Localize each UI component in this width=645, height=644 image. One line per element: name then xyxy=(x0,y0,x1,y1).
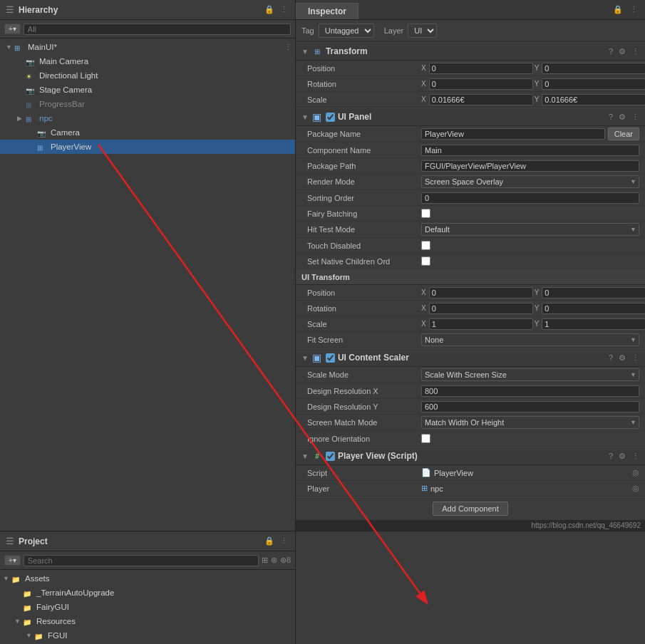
transform-help-icon[interactable]: ? xyxy=(609,47,613,56)
project-item-resources[interactable]: ▼ 📁 Resources xyxy=(0,614,295,628)
tree-item-dir-light[interactable]: ☀ Directional Light xyxy=(0,68,295,83)
script-select-icon[interactable]: ◎ xyxy=(632,468,639,477)
uit-scale-label: Scale xyxy=(307,320,421,328)
arrow-npc: ▶ xyxy=(17,112,26,125)
ui-panel-title: UI Panel xyxy=(338,112,371,122)
package-path-input[interactable] xyxy=(421,160,639,172)
tree-item-main-camera[interactable]: 📷 Main Camera xyxy=(0,54,295,68)
ui-content-scaler-title: UI Content Scaler xyxy=(338,353,409,363)
uit-rot-x-input[interactable] xyxy=(429,303,533,314)
uit-position-xyz: X Y Z xyxy=(421,287,645,298)
fit-screen-select[interactable]: None xyxy=(421,333,639,346)
uit-scale-x-input[interactable] xyxy=(429,318,533,330)
transform-more-icon[interactable]: ⋮ xyxy=(631,47,639,56)
transform-header-icons: ? ⚙ ⋮ xyxy=(609,47,639,56)
project-more-icon[interactable]: ⋮ xyxy=(279,536,289,546)
tree-item-camera[interactable]: 📷 Camera xyxy=(0,125,295,140)
inspector-more-icon[interactable]: ⋮ xyxy=(629,4,639,15)
ui-panel-header[interactable]: ▼ ▣ UI Panel ? ⚙ ⋮ xyxy=(296,108,645,126)
project-item-terrain[interactable]: 📁 _TerrainAutoUpgrade xyxy=(0,586,295,600)
project-panel: ☰ Project 🔒 ⋮ +▾ ⊞ ⊛ ⊛8 ▼ 📁 Assets xyxy=(0,531,296,644)
hit-test-mode-select[interactable]: Default xyxy=(421,223,639,236)
add-component-button[interactable]: Add Component xyxy=(433,502,508,516)
ignore-orientation-checkbox[interactable] xyxy=(421,434,430,443)
project-item-fairygui[interactable]: 📁 FairyGUI xyxy=(0,600,295,614)
rot-y-input[interactable] xyxy=(542,78,645,90)
project-item-fgui[interactable]: ▼ 📁 FGUI xyxy=(0,628,295,643)
player-view-script-arrow: ▼ xyxy=(301,452,309,460)
clear-button[interactable]: Clear xyxy=(608,128,639,140)
ui-panel-help-icon[interactable]: ? xyxy=(609,113,613,122)
pos-y-input[interactable] xyxy=(542,63,645,74)
project-lock-icon[interactable]: 🔒 xyxy=(263,536,276,546)
design-res-y-input[interactable] xyxy=(421,401,639,412)
hierarchy-lock-icon[interactable]: 🔒 xyxy=(263,4,276,15)
project-add-btn[interactable]: +▾ xyxy=(4,555,21,566)
label-mainui: MainUI* xyxy=(28,41,57,53)
assets-folder-icon: 📁 xyxy=(11,573,23,583)
uit-scale-y-input[interactable] xyxy=(542,318,645,330)
hierarchy-add-btn[interactable]: +▾ xyxy=(4,24,21,34)
tag-select[interactable]: Untagged xyxy=(319,24,374,38)
scale-y-label: Y xyxy=(535,95,540,103)
pos-x-input[interactable] xyxy=(429,63,533,74)
transform-settings-icon[interactable]: ⚙ xyxy=(619,47,626,56)
hierarchy-toolbar: +▾ xyxy=(0,20,295,38)
uit-rotation-label: Rotation xyxy=(307,304,421,313)
uit-pos-y-input[interactable] xyxy=(542,287,645,298)
rot-y-label: Y xyxy=(535,80,540,88)
tree-item-playerview[interactable]: ⊞ PlayerView xyxy=(0,140,295,154)
ui-panel-checkbox[interactable] xyxy=(326,113,335,122)
fairy-batching-checkbox[interactable] xyxy=(421,209,430,218)
uit-pos-x-input[interactable] xyxy=(429,287,533,298)
cube-icon-progressbar-h: ⊞ xyxy=(26,99,37,109)
screen-match-select[interactable]: Match Width Or Height xyxy=(421,416,639,429)
design-res-x-input[interactable] xyxy=(421,385,639,397)
project-search-input[interactable] xyxy=(24,555,259,566)
render-mode-select[interactable]: Screen Space Overlay xyxy=(421,175,639,188)
uit-rot-y-input[interactable] xyxy=(542,303,645,314)
player-select-icon[interactable]: ◎ xyxy=(632,484,639,493)
ui-panel-header-icons: ? ⚙ ⋮ xyxy=(609,113,639,122)
scale-x-input[interactable] xyxy=(429,94,533,105)
touch-disabled-checkbox[interactable] xyxy=(421,241,430,250)
rot-x-input[interactable] xyxy=(429,78,533,90)
ui-panel-settings-icon[interactable]: ⚙ xyxy=(619,113,626,122)
package-name-input[interactable] xyxy=(421,128,605,140)
ui-panel-more-icon[interactable]: ⋮ xyxy=(631,113,639,122)
project-layout-icon[interactable]: ⊞ xyxy=(262,556,268,565)
sorting-order-input[interactable] xyxy=(421,192,639,204)
tree-item-stage-camera[interactable]: 📷 Stage Camera xyxy=(0,83,295,97)
scale-y-input[interactable] xyxy=(542,94,645,105)
scale-x-label: X xyxy=(421,95,426,103)
layer-select[interactable]: UI xyxy=(408,24,437,38)
tree-item-npc[interactable]: ▶ ⊞ npc xyxy=(0,111,295,125)
hierarchy-more-icon[interactable]: ⋮ xyxy=(279,4,289,15)
tree-item-progressbar-h[interactable]: ⊞ ProgressBar xyxy=(0,97,295,111)
project-filter-icon[interactable]: ⊛ xyxy=(271,556,277,565)
transform-scale-row: Scale X Y Z xyxy=(296,92,645,108)
project-item-assets[interactable]: ▼ 📁 Assets xyxy=(0,571,295,586)
inspector-tab[interactable]: Inspector xyxy=(296,3,358,19)
player-view-script-checkbox[interactable] xyxy=(326,452,335,461)
uit-scale-x-label: X xyxy=(421,320,426,328)
script-value: PlayerView xyxy=(434,469,629,477)
player-view-script-header[interactable]: ▼ # Player View (Script) ? ⚙ ⋮ xyxy=(296,447,645,465)
tree-item-mainui[interactable]: ▼ ⊞ MainUI* ⋮ xyxy=(0,40,295,54)
scale-mode-select[interactable]: Scale With Screen Size xyxy=(421,368,639,381)
ui-content-scaler-header[interactable]: ▼ ▣ UI Content Scaler ? ⚙ ⋮ xyxy=(296,348,645,367)
mainui-options-icon[interactable]: ⋮ xyxy=(284,41,292,53)
transform-header[interactable]: ▼ ⊞ Transform ? ⚙ ⋮ xyxy=(296,42,645,61)
component-name-input[interactable] xyxy=(421,145,639,156)
ui-content-scaler-checkbox[interactable] xyxy=(326,353,335,363)
top-row: ☰ Hierarchy 🔒 ⋮ +▾ ▼ ⊞ MainUI* ⋮ xyxy=(0,0,645,531)
set-native-checkbox[interactable] xyxy=(421,256,430,266)
ui-cs-more-icon[interactable]: ⋮ xyxy=(631,353,639,363)
pvs-more-icon[interactable]: ⋮ xyxy=(631,452,639,461)
inspector-lock-icon[interactable]: 🔒 xyxy=(612,4,624,15)
pvs-help-icon[interactable]: ? xyxy=(609,452,613,461)
ui-cs-help-icon[interactable]: ? xyxy=(609,353,613,363)
pvs-settings-icon[interactable]: ⚙ xyxy=(619,452,626,461)
hierarchy-search-input[interactable] xyxy=(24,24,291,35)
ui-cs-settings-icon[interactable]: ⚙ xyxy=(619,353,626,363)
